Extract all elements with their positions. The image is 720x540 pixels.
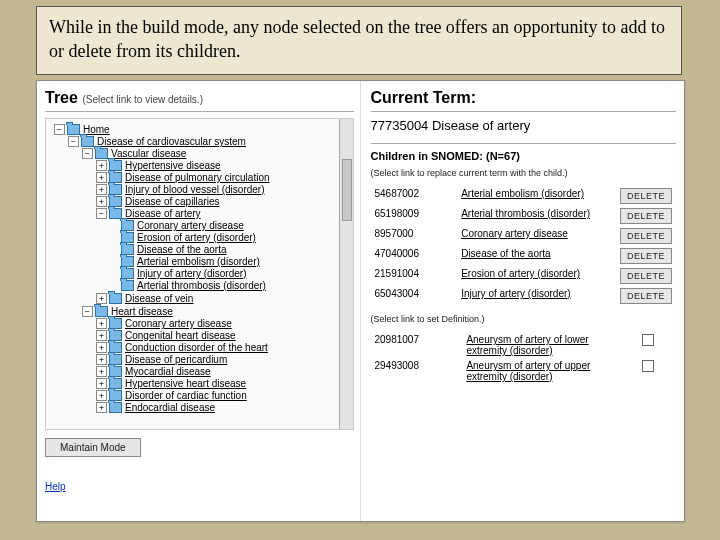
checkbox[interactable] [642, 334, 654, 346]
node-label[interactable]: Disease of pericardium [125, 354, 227, 365]
expander-icon[interactable]: + [96, 293, 107, 304]
tree-node[interactable]: −Heart disease+Coronary artery disease+C… [82, 306, 349, 414]
tree-node[interactable]: −Disease of arteryCoronary artery diseas… [96, 208, 349, 292]
delete-button[interactable]: DELETE [620, 208, 672, 224]
tree-node[interactable]: +Injury of blood vessel (disorder) [96, 184, 349, 195]
node-label[interactable]: Injury of blood vessel (disorder) [125, 184, 265, 195]
tree-node[interactable]: +Disease of vein [96, 293, 349, 304]
candidate-name-link[interactable]: Aneurysm of artery of upper extremity (d… [462, 358, 620, 384]
expander-icon[interactable]: + [96, 402, 107, 413]
scrollbar-thumb[interactable] [342, 159, 352, 221]
node-label[interactable]: Coronary artery disease [137, 220, 244, 231]
node-label[interactable]: Arterial embolism (disorder) [137, 256, 260, 267]
tree-node[interactable]: +Disorder of cardiac function [96, 390, 349, 401]
children-table: 54687002Arterial embolism (disorder)DELE… [371, 186, 677, 306]
candidate-code: 20981007 [371, 332, 463, 358]
child-name-link[interactable]: Injury of artery (disorder) [457, 286, 607, 306]
tree-node[interactable]: +Disease of pulmonary circulation [96, 172, 349, 183]
child-name-link[interactable]: Coronary artery disease [457, 226, 607, 246]
node-label[interactable]: Disease of artery [125, 208, 201, 219]
child-name-link[interactable]: Erosion of artery (disorder) [457, 266, 607, 286]
delete-button[interactable]: DELETE [620, 268, 672, 284]
expander-icon[interactable]: − [54, 124, 65, 135]
tree-node[interactable]: Disease of the aorta [110, 244, 349, 255]
expander-icon[interactable]: − [68, 136, 79, 147]
tree-node[interactable]: −Vascular disease+Hypertensive disease+D… [82, 148, 349, 305]
tree-node[interactable]: +Hypertensive disease [96, 160, 349, 171]
tree: − Home −Disease of cardiovascular system… [52, 124, 349, 416]
expander-icon[interactable]: + [96, 184, 107, 195]
definition-instruction: (Select link to set Definition.) [371, 314, 677, 324]
scrollbar-tree[interactable] [339, 119, 354, 429]
tree-node[interactable]: +Disease of pericardium [96, 354, 349, 365]
node-label[interactable]: Hypertensive heart disease [125, 378, 246, 389]
expander-icon [110, 245, 119, 254]
tree-node[interactable]: +Hypertensive heart disease [96, 378, 349, 389]
expander-icon [110, 221, 119, 230]
node-label[interactable]: Erosion of artery (disorder) [137, 232, 256, 243]
node-label[interactable]: Disease of cardiovascular system [97, 136, 246, 147]
node-label[interactable]: Disorder of cardiac function [125, 390, 247, 401]
child-name-link[interactable]: Arterial embolism (disorder) [457, 186, 607, 206]
node-label[interactable]: Coronary artery disease [125, 318, 232, 329]
node-label[interactable]: Injury of artery (disorder) [137, 268, 246, 279]
tree-node[interactable]: +Disease of capillaries [96, 196, 349, 207]
candidate-row: 29493008Aneurysm of artery of upper extr… [371, 358, 677, 384]
expander-icon[interactable]: + [96, 318, 107, 329]
expander-icon[interactable]: − [82, 148, 93, 159]
expander-icon[interactable]: + [96, 160, 107, 171]
tree-node[interactable]: Coronary artery disease [110, 220, 349, 231]
tree-subheading: (Select link to view details.) [82, 94, 203, 105]
node-label[interactable]: Disease of vein [125, 293, 193, 304]
tree-root[interactable]: − Home −Disease of cardiovascular system… [54, 124, 349, 416]
tree-node[interactable]: Erosion of artery (disorder) [110, 232, 349, 243]
node-label[interactable]: Vascular disease [111, 148, 186, 159]
node-label[interactable]: Myocardial disease [125, 366, 211, 377]
tree-node[interactable]: −Disease of cardiovascular system−Vascul… [68, 136, 349, 415]
expander-icon[interactable]: + [96, 342, 107, 353]
child-row: 65198009Arterial thrombosis (disorder)DE… [371, 206, 677, 226]
tree-node[interactable]: Injury of artery (disorder) [110, 268, 349, 279]
tree-node[interactable]: +Endocardial disease [96, 402, 349, 413]
child-name-link[interactable]: Disease of the aorta [457, 246, 607, 266]
folder-icon [81, 136, 94, 147]
node-label[interactable]: Conduction disorder of the heart [125, 342, 268, 353]
tree-node[interactable]: +Myocardial disease [96, 366, 349, 377]
expander-icon[interactable]: + [96, 196, 107, 207]
help-link[interactable]: Help [45, 481, 354, 492]
tree-node[interactable]: +Congenital heart disease [96, 330, 349, 341]
maintain-mode-button[interactable]: Maintain Mode [45, 438, 141, 457]
node-label[interactable]: Congenital heart disease [125, 330, 236, 341]
delete-button[interactable]: DELETE [620, 248, 672, 264]
divider [371, 111, 677, 112]
node-label[interactable]: Arterial thrombosis (disorder) [137, 280, 266, 291]
tree-container: − Home −Disease of cardiovascular system… [45, 118, 354, 430]
node-label[interactable]: Disease of the aorta [137, 244, 227, 255]
expander-icon[interactable]: + [96, 390, 107, 401]
expander-icon[interactable]: + [96, 354, 107, 365]
delete-button[interactable]: DELETE [620, 228, 672, 244]
expander-icon[interactable]: − [96, 208, 107, 219]
node-label[interactable]: Heart disease [111, 306, 173, 317]
tree-node[interactable]: +Conduction disorder of the heart [96, 342, 349, 353]
tree-node[interactable]: +Coronary artery disease [96, 318, 349, 329]
tree-node[interactable]: Arterial thrombosis (disorder) [110, 280, 349, 291]
tree-node[interactable]: Arterial embolism (disorder) [110, 256, 349, 267]
node-label[interactable]: Endocardial disease [125, 402, 215, 413]
expander-icon [110, 257, 119, 266]
delete-button[interactable]: DELETE [620, 288, 672, 304]
node-label[interactable]: Disease of capillaries [125, 196, 220, 207]
expander-icon[interactable]: + [96, 366, 107, 377]
checkbox[interactable] [642, 360, 654, 372]
child-name-link[interactable]: Arterial thrombosis (disorder) [457, 206, 607, 226]
expander-icon[interactable]: + [96, 172, 107, 183]
expander-icon[interactable]: − [82, 306, 93, 317]
children-heading: Children in SNOMED: (N=67) [371, 150, 677, 162]
node-label[interactable]: Hypertensive disease [125, 160, 221, 171]
delete-button[interactable]: DELETE [620, 188, 672, 204]
expander-icon[interactable]: + [96, 378, 107, 389]
candidate-name-link[interactable]: Aneurysm of artery of lower extremity (d… [462, 332, 620, 358]
node-label[interactable]: Disease of pulmonary circulation [125, 172, 270, 183]
child-row: 54687002Arterial embolism (disorder)DELE… [371, 186, 677, 206]
expander-icon[interactable]: + [96, 330, 107, 341]
